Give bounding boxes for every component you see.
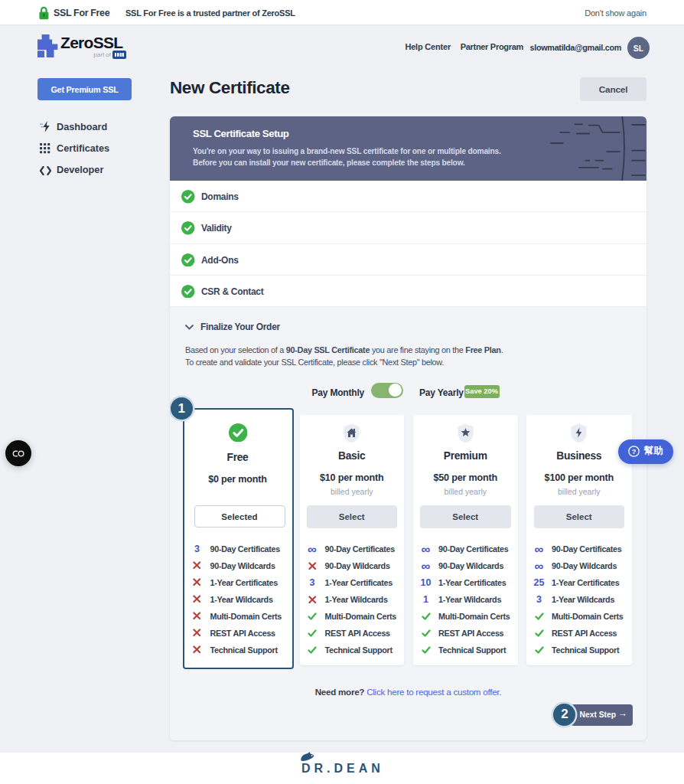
svg-text:?: ? [632, 448, 637, 456]
